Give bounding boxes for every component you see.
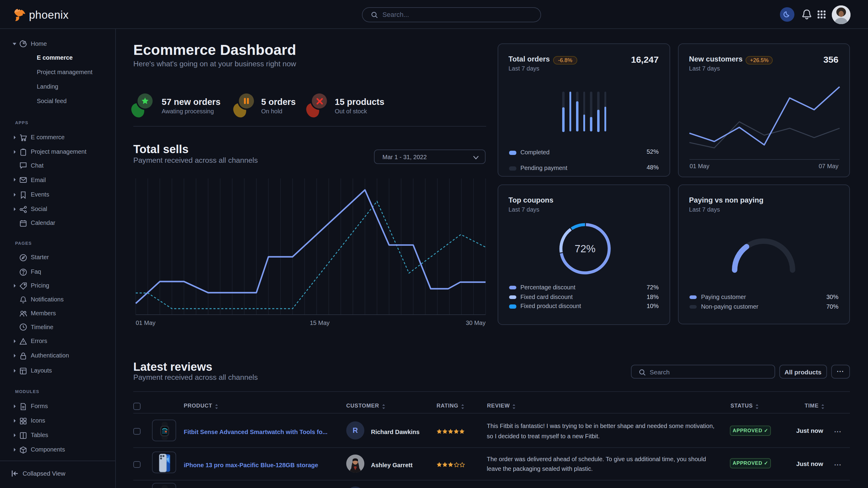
svg-text:72%: 72% [575,243,595,254]
svg-text:01 May: 01 May [136,320,156,326]
svg-text:15 May: 15 May [310,320,330,326]
svg-text:30 May: 30 May [466,320,486,326]
